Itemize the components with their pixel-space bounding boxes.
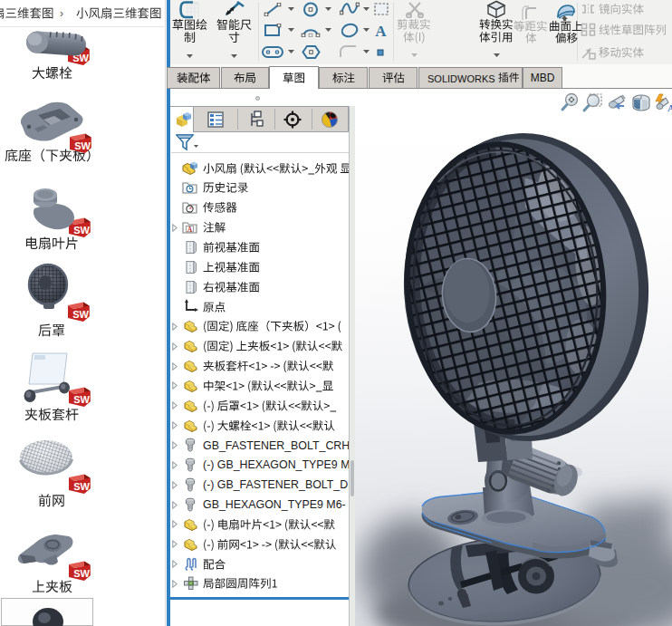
svg-text:A: A bbox=[667, 102, 672, 113]
svg-text:A: A bbox=[375, 23, 387, 38]
svg-text:SW: SW bbox=[72, 309, 89, 320]
svg-text:A: A bbox=[187, 226, 193, 234]
svg-text:SW: SW bbox=[73, 481, 90, 492]
svg-text:SW: SW bbox=[73, 394, 90, 405]
